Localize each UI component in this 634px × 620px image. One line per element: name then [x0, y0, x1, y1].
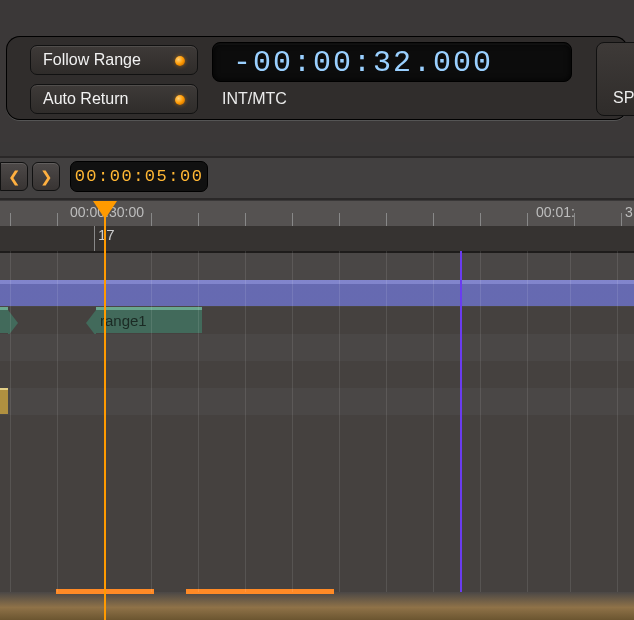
- ruler-tick: [151, 213, 152, 226]
- grid-line: [245, 251, 246, 592]
- top-bar: Follow Range Auto Return -00:00:32.000 I…: [0, 0, 634, 142]
- follow-range-button[interactable]: Follow Range: [30, 45, 198, 75]
- ruler-tick: [433, 213, 434, 226]
- overview-strip[interactable]: [0, 592, 634, 620]
- track-lane[interactable]: [0, 388, 634, 416]
- grid-line: [198, 251, 199, 592]
- main-timecode-display[interactable]: -00:00:32.000: [212, 42, 572, 82]
- ruler-label: 3: [625, 204, 633, 220]
- sync-source-label: INT/MTC: [222, 90, 287, 108]
- track-lane[interactable]: [0, 361, 634, 389]
- locator-line[interactable]: [460, 251, 462, 592]
- grid-line: [151, 251, 152, 592]
- speed-button-label: SP: [613, 89, 634, 106]
- ruler-tick: [527, 213, 528, 226]
- region-green-stub[interactable]: [0, 307, 8, 333]
- ruler-tick: [339, 213, 340, 226]
- grid-line: [570, 251, 571, 592]
- grid-line: [433, 251, 434, 592]
- prev-marker-button[interactable]: ❮: [0, 162, 28, 191]
- grid-line: [57, 251, 58, 592]
- led-on-icon: [175, 56, 185, 66]
- ruler-tick: [10, 213, 11, 226]
- grid-line: [386, 251, 387, 592]
- locate-timecode-field[interactable]: 00:00:05:00: [70, 161, 208, 192]
- overview-region[interactable]: [186, 589, 334, 594]
- grid-line: [10, 251, 11, 592]
- follow-range-label: Follow Range: [43, 51, 141, 69]
- chevron-right-icon: ❯: [40, 168, 53, 186]
- auto-return-button[interactable]: Auto Return: [30, 84, 198, 114]
- region-blue[interactable]: [0, 280, 634, 306]
- ruler-tick: [57, 213, 58, 226]
- ruler-label: 00:01:: [536, 204, 575, 220]
- empty-area[interactable]: [0, 415, 634, 595]
- ruler-tick: [621, 213, 622, 226]
- grid-line: [617, 251, 618, 592]
- playhead-handle-icon[interactable]: [93, 201, 117, 219]
- next-marker-button[interactable]: ❯: [32, 162, 60, 191]
- marker-ruler[interactable]: 17: [0, 226, 634, 253]
- grid-line: [292, 251, 293, 592]
- chevron-left-icon: ❮: [8, 168, 21, 186]
- track-lane[interactable]: [0, 253, 634, 281]
- tracks-container: range1: [0, 253, 634, 592]
- track-lane[interactable]: [0, 280, 634, 308]
- ruler-tick: [292, 213, 293, 226]
- grid-line: [480, 251, 481, 592]
- led-on-icon: [175, 95, 185, 105]
- ruler-tick: [245, 213, 246, 226]
- auto-return-label: Auto Return: [43, 90, 128, 108]
- track-lane[interactable]: range1: [0, 307, 634, 335]
- ruler-tick: [198, 213, 199, 226]
- region-range1[interactable]: range1: [96, 307, 202, 333]
- grid-line: [339, 251, 340, 592]
- speed-button[interactable]: SP: [596, 42, 634, 116]
- grid-line: [527, 251, 528, 592]
- timeline-area[interactable]: 00:00:30:0000:01:3 17 range1: [0, 201, 634, 620]
- ruler-tick: [480, 213, 481, 226]
- ruler-tick: [386, 213, 387, 226]
- region-yellow-stub[interactable]: [0, 388, 8, 414]
- track-lane[interactable]: [0, 334, 634, 362]
- playhead-line[interactable]: [104, 201, 106, 620]
